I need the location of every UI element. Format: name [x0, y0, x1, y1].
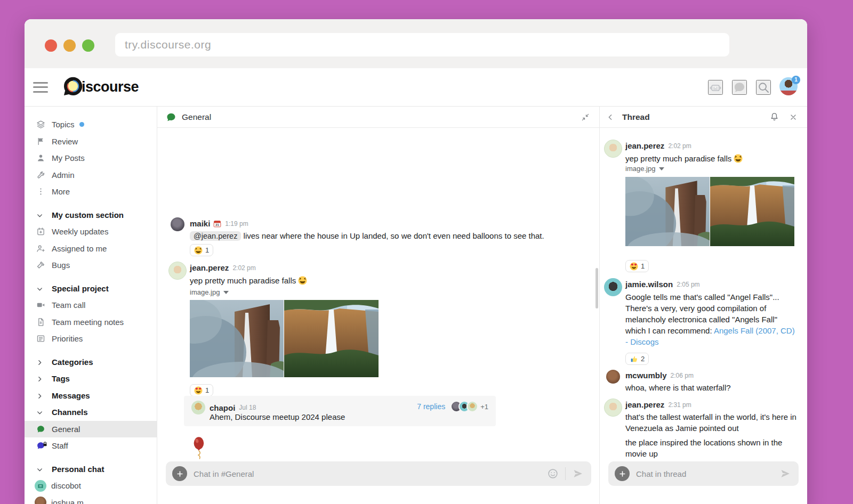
thumbs-up-emoji-icon — [630, 355, 638, 363]
thread-summary-card[interactable]: chapoi Jul 18 Ahem, Discourse meetup 202… — [184, 396, 496, 426]
sidebar-item-assigned-to-me[interactable]: Assigned to me — [25, 240, 157, 257]
sidebar-section-personal-chat[interactable]: Personal chat — [25, 461, 157, 478]
message-text: the place inspired the locations shown i… — [625, 437, 798, 459]
sidebar-item-joshua-m[interactable]: joshua.m — [25, 494, 157, 504]
message-author[interactable]: mcwumbly — [625, 371, 667, 380]
reaction-chip[interactable]: 1 — [190, 244, 213, 256]
file-icon — [36, 318, 45, 327]
chat-bubble-icon[interactable] — [732, 80, 747, 95]
lock-icon — [43, 439, 47, 449]
notification-badge: 1 — [792, 76, 800, 84]
sidebar-item-team-call[interactable]: Team call — [25, 297, 157, 314]
message-text: that's the tallest waterfall in the worl… — [625, 411, 798, 434]
paradise-falls-image[interactable] — [190, 300, 284, 377]
sidebar-section-tags[interactable]: Tags — [25, 370, 157, 387]
thread-composer[interactable]: Chat in thread — [608, 461, 799, 486]
zoom-window-button[interactable] — [82, 39, 94, 52]
attachment-toggle[interactable]: image.jpg — [190, 288, 229, 296]
sidebar-section-my-custom-section[interactable]: My custom section — [25, 207, 157, 224]
sidebar-item-review[interactable]: Review — [25, 133, 157, 150]
hamburger-menu-icon[interactable] — [33, 82, 48, 93]
sidebar-item-discobot[interactable]: discobot — [25, 477, 157, 494]
reaction-count: 1 — [205, 246, 209, 254]
sidebar-item-topics[interactable]: Topics — [25, 116, 157, 133]
jean-perez-avatar[interactable] — [604, 399, 622, 417]
calendar-emoji-icon: 21 — [213, 220, 221, 227]
channel-title: General — [182, 112, 211, 122]
ellipsis-vertical-icon — [36, 187, 45, 196]
sidebar-section-categories[interactable]: Categories — [25, 354, 157, 371]
hammer-icon — [36, 261, 45, 270]
sidebar-section-messages[interactable]: Messages — [25, 387, 157, 404]
attachment-filename: image.jpg — [625, 165, 655, 173]
sidebar-item-weekly-updates[interactable]: Weekly updates — [25, 223, 157, 240]
chevron-down-icon — [36, 466, 43, 473]
user-mention[interactable]: @jean.perez — [190, 231, 241, 241]
robot-icon[interactable] — [708, 80, 723, 95]
close-icon[interactable] — [787, 111, 800, 124]
channel-composer[interactable]: Chat in #General — [166, 461, 591, 486]
message-author[interactable]: jamie.wilson — [625, 280, 673, 289]
thread-panel: Thread jean.perez 2:02 pm yep pretty muc… — [600, 107, 807, 504]
message-header: mcwumbly 2:06 pm — [625, 371, 694, 380]
laughing-emoji-icon — [194, 246, 203, 255]
calendar-plus-icon — [36, 227, 45, 236]
collapse-icon[interactable] — [579, 111, 592, 124]
reaction-chip[interactable]: 1 — [190, 384, 213, 396]
replies-link[interactable]: 7 replies — [417, 402, 445, 411]
close-window-button[interactable] — [45, 39, 57, 52]
attach-plus-icon[interactable] — [615, 466, 630, 481]
thread-card-replies: 7 replies +1 — [417, 401, 488, 412]
attach-plus-icon[interactable] — [172, 466, 187, 481]
mcwumbly-avatar[interactable] — [606, 370, 620, 384]
message-text: yep pretty much paradise falls — [190, 275, 307, 286]
angel-falls-image[interactable] — [710, 177, 794, 246]
sidebar-section-channels[interactable]: Channels — [25, 404, 157, 421]
chevron-down-icon — [36, 409, 43, 416]
paradise-falls-image[interactable] — [625, 177, 710, 246]
sidebar-section-special-project[interactable]: Special project — [25, 280, 157, 297]
send-icon[interactable] — [778, 467, 792, 481]
message-author[interactable]: maiki — [190, 219, 210, 228]
sidebar-item-team-meeting-notes[interactable]: Team meeting notes — [25, 314, 157, 331]
scrollbar-thumb[interactable] — [596, 268, 598, 308]
message-author[interactable]: jean.perez — [625, 400, 664, 409]
jean-perez-avatar[interactable] — [168, 262, 187, 280]
layers-icon — [36, 120, 45, 129]
sidebar-item-priorities[interactable]: Priorities — [25, 330, 157, 347]
chapoi-avatar[interactable] — [191, 401, 205, 414]
jean-perez-avatar[interactable] — [604, 140, 622, 158]
sidebar-item-more[interactable]: More — [25, 183, 157, 200]
bell-icon[interactable] — [768, 111, 780, 124]
discourse-logo[interactable]: iscourse — [63, 76, 139, 99]
reaction-chip[interactable]: 1 — [625, 260, 649, 272]
sidebar-item-bugs[interactable]: Bugs — [25, 257, 157, 274]
back-chevron-icon[interactable] — [604, 111, 617, 124]
browser-chrome: try.discourse.org — [25, 19, 807, 68]
sidebar-item-admin[interactable]: Admin — [25, 167, 157, 184]
thread-card-text: Ahem, Discourse meetup 2024 please — [210, 412, 345, 421]
send-icon[interactable] — [571, 467, 585, 481]
thread-card-author[interactable]: chapoi — [210, 403, 235, 412]
joshua-avatar — [35, 497, 46, 504]
angel-falls-image[interactable] — [284, 300, 379, 377]
discourse-logo-mark-icon — [63, 76, 83, 99]
sidebar-item-channel-general[interactable]: General — [25, 421, 157, 438]
jamie-wilson-avatar[interactable] — [604, 278, 622, 296]
caret-down-icon — [223, 291, 229, 294]
sidebar-item-channel-staff[interactable]: Staff — [25, 437, 157, 454]
sidebar-item-my-posts[interactable]: My Posts — [25, 150, 157, 167]
message-author[interactable]: jean.perez — [190, 263, 229, 272]
maiki-avatar[interactable] — [171, 217, 184, 231]
user-avatar[interactable]: 1 — [779, 77, 798, 97]
message-author[interactable]: jean.perez — [625, 141, 664, 150]
attachment-toggle[interactable]: image.jpg — [625, 165, 664, 173]
minimize-window-button[interactable] — [63, 39, 76, 52]
composer-placeholder: Chat in thread — [636, 469, 778, 478]
reaction-chip[interactable]: 2 — [625, 353, 649, 365]
search-icon[interactable] — [756, 80, 771, 95]
address-bar[interactable]: try.discourse.org — [115, 33, 729, 56]
composer-divider — [565, 467, 566, 480]
discobot-avatar — [35, 480, 46, 492]
emoji-picker-icon[interactable] — [546, 467, 560, 481]
